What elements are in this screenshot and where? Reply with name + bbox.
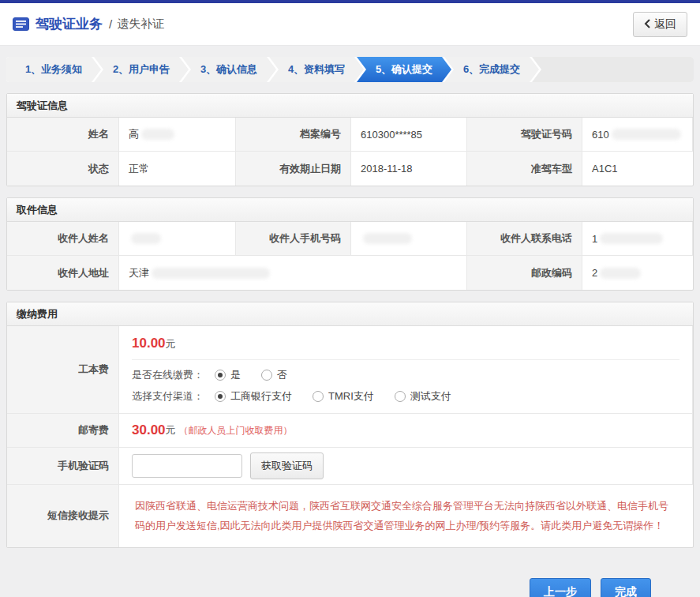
back-button[interactable]: 返回 [633, 12, 687, 37]
radio-channel-test-label: 测试支付 [410, 389, 451, 404]
step-wizard: 1、业务须知 2、用户申告 3、确认信息 4、资料填写 5、确认提交 6、完成提… [6, 57, 694, 82]
sms-notice-text: 因陕西省联通、电信运营商技术问题，陕西省互联网交通安全综合服务管理平台无法向持陕… [132, 493, 680, 539]
fees-title: 缴纳费用 [7, 302, 693, 326]
step-2-user-declaration[interactable]: 2、用户申告 [94, 57, 189, 82]
step-6-complete-submit[interactable]: 6、完成提交 [444, 57, 539, 82]
pay-channel-question: 选择支付渠道： [132, 389, 204, 404]
sms-notice-cell: 因陕西省联通、电信运营商技术问题，陕西省互联网交通安全综合服务管理平台无法向持陕… [119, 485, 693, 547]
redaction-blur [152, 268, 270, 279]
footer-actions: 上一步 完成 [0, 578, 651, 597]
radio-channel-tmri[interactable]: TMRI支付 [313, 389, 374, 404]
vehicle-class-value: A1C1 [582, 152, 693, 186]
vehicle-class-label: 准驾车型 [467, 152, 582, 186]
postage-fee-cell: 30.00元 （邮政人员上门收取费用） [119, 414, 693, 448]
radio-online-no-label: 否 [277, 368, 287, 382]
radio-selected-icon [215, 370, 226, 381]
radio-unselected-icon [261, 370, 272, 381]
production-fee-cell: 10.00元 是否在线缴费： 是 否 选择支付渠道： 工商银行支付 [119, 326, 693, 414]
finish-button[interactable]: 完成 [601, 578, 651, 597]
sms-code-cell: 获取验证码 [119, 448, 693, 485]
expiry-date-label: 有效期止日期 [236, 152, 351, 186]
radio-online-yes-label: 是 [230, 368, 241, 382]
pickup-info-title: 取件信息 [7, 198, 693, 222]
recipient-address-label: 收件人地址 [7, 256, 119, 290]
step-1-business-notice[interactable]: 1、业务须知 [6, 57, 101, 82]
step-4-fill-materials[interactable]: 4、资料填写 [269, 57, 364, 82]
license-info-title: 驾驶证信息 [7, 94, 693, 118]
breadcrumb-current: 遗失补证 [117, 17, 164, 32]
redaction-blur [131, 233, 161, 244]
radio-channel-icbc[interactable]: 工商银行支付 [215, 389, 292, 404]
radio-selected-icon [215, 391, 226, 402]
currency-unit: 元 [166, 423, 176, 437]
recipient-mobile-value [351, 222, 467, 256]
file-number-value: 610300****85 [351, 118, 467, 152]
status-label: 状态 [7, 152, 119, 186]
name-value: 高 [119, 118, 236, 152]
radio-online-yes[interactable]: 是 [215, 368, 241, 382]
redaction-blur [363, 233, 412, 244]
sms-notice-label: 短信接收提示 [7, 485, 119, 547]
radio-unselected-icon [313, 391, 324, 402]
radio-channel-icbc-label: 工商银行支付 [230, 389, 292, 404]
production-fee-amount: 10.00 [132, 336, 166, 351]
radio-online-no[interactable]: 否 [261, 368, 287, 382]
recipient-address-value: 天津 [119, 256, 467, 290]
license-info-panel: 驾驶证信息 姓名 高 档案编号 610300****85 驾驶证号码 610 状… [6, 93, 694, 186]
recipient-name-value [119, 222, 236, 256]
online-pay-question: 是否在线缴费： [132, 368, 204, 382]
redaction-blur [600, 233, 663, 244]
pickup-info-panel: 取件信息 收件人姓名 收件人手机号码 收件人联系电话 1 收件人地址 天津 邮政… [6, 197, 694, 291]
sms-code-input[interactable] [132, 454, 242, 478]
step-wizard-filler [532, 57, 694, 82]
file-number-label: 档案编号 [236, 118, 351, 152]
sms-code-label: 手机验证码 [7, 448, 119, 485]
chevron-left-icon [644, 18, 650, 31]
step-5-confirm-submit[interactable]: 5、确认提交 [357, 57, 451, 82]
radio-channel-test[interactable]: 测试支付 [395, 389, 451, 404]
license-number-value: 610 [582, 118, 693, 152]
radio-unselected-icon [395, 391, 406, 402]
production-fee-label: 工本费 [7, 326, 119, 414]
currency-unit: 元 [166, 338, 176, 350]
form-list-icon [13, 17, 29, 31]
postage-fee-amount: 30.00 [132, 422, 166, 438]
get-code-button[interactable]: 获取验证码 [250, 452, 324, 479]
recipient-name-label: 收件人姓名 [7, 222, 119, 256]
recipient-phone-value: 1 [582, 222, 693, 256]
license-number-label: 驾驶证号码 [467, 118, 582, 152]
redaction-blur [600, 268, 641, 279]
step-3-confirm-info[interactable]: 3、确认信息 [182, 57, 276, 82]
name-label: 姓名 [7, 118, 119, 152]
fees-panel: 缴纳费用 工本费 10.00元 是否在线缴费： 是 否 选择支付渠道： [6, 302, 694, 548]
postal-code-label: 邮政编码 [467, 256, 582, 290]
status-value: 正常 [119, 152, 236, 186]
redaction-blur [612, 129, 681, 140]
page-header: 驾驶证业务 / 遗失补证 返回 [0, 3, 700, 46]
postage-fee-note: （邮政人员上门收取费用） [179, 424, 293, 437]
page-title: 驾驶证业务 [36, 15, 103, 33]
recipient-phone-label: 收件人联系电话 [467, 222, 582, 256]
divider [132, 359, 679, 360]
redaction-blur [141, 129, 174, 140]
radio-channel-tmri-label: TMRI支付 [328, 389, 374, 404]
postal-code-value: 2 [582, 256, 693, 290]
postage-fee-label: 邮寄费 [7, 414, 119, 448]
expiry-date-value: 2018-11-18 [351, 152, 467, 186]
breadcrumb-separator: / [109, 17, 112, 31]
back-button-label: 返回 [654, 17, 676, 32]
recipient-mobile-label: 收件人手机号码 [236, 222, 351, 256]
previous-step-button[interactable]: 上一步 [530, 578, 591, 597]
